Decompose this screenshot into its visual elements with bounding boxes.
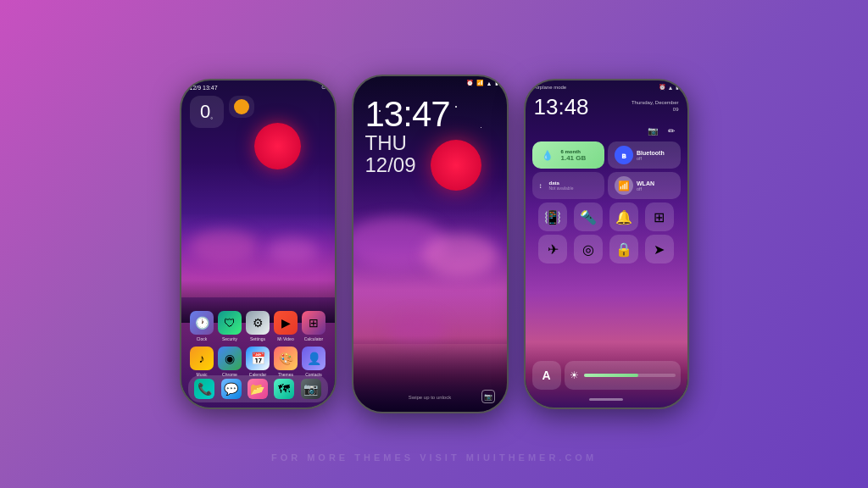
lock-screen-bg: ⏰ 📶 ▲ ▮ 13:47 THU	[353, 76, 507, 412]
app-calc[interactable]: ⊞ Calculator	[302, 311, 326, 341]
p3-data-content: 6 month 1.41 GB	[561, 149, 587, 162]
bluetooth-symbol: ʙ	[621, 151, 626, 160]
watermark-text: FOR MORE THEMES VISIT MIUITHEMER.COM	[271, 452, 597, 463]
star-4	[481, 127, 481, 128]
app-contacts-icon: 👤	[302, 347, 326, 370]
p2-wifi-icon: ▲	[487, 80, 492, 86]
app-music[interactable]: ♪ Music	[190, 347, 214, 377]
p3-camera-btn[interactable]: 📷	[645, 123, 660, 138]
p1-clock-display: 0 °	[200, 101, 213, 123]
p3-edit-btn[interactable]: ✏	[664, 123, 679, 138]
p3-bluetooth-tile[interactable]: ʙ Bluetooth off	[608, 141, 681, 169]
phone-control: Airplane mode ⏰ ▲ ▮ 13:48 Thursday, Dece…	[524, 79, 689, 409]
p3-status-bar: Airplane mode ⏰ ▲ ▮	[526, 80, 687, 94]
p3-small-row-2: ✈ ◎ 🔒 ➤	[532, 235, 681, 263]
app-themes-icon: 🎨	[274, 347, 298, 370]
p1-location-icon: ⊙	[321, 84, 326, 91]
p3-edit-icons: 📷 ✏	[526, 123, 687, 141]
p3-bt-label: Bluetooth	[637, 150, 665, 156]
dock-maps[interactable]: 🗺	[274, 379, 294, 399]
p2-camera-button[interactable]: 📷	[481, 390, 495, 403]
p3-wlan-content: WLAN off	[637, 180, 654, 191]
p3-screen-record-btn[interactable]: ⊞	[645, 202, 674, 231]
p3-font-label: A	[542, 369, 550, 382]
p3-wifi-icon: ▲	[668, 85, 674, 91]
p3-home-indicator[interactable]	[589, 398, 623, 401]
p3-wlan-tile[interactable]: 📶 WLAN off	[608, 172, 681, 199]
phone-home: 12/9 13:47 ⊙ 0 °	[180, 79, 337, 409]
p3-location-btn[interactable]: ➤	[645, 235, 674, 263]
dock-phone[interactable]: 📞	[194, 379, 214, 399]
wifi-symbol: 📶	[618, 180, 630, 191]
p2-status-bar: ⏰ 📶 ▲ ▮	[353, 76, 507, 90]
p3-time-display: 13:48	[534, 96, 589, 118]
lock-screen: ⏰ 📶 ▲ ▮ 13:47 THU	[353, 76, 507, 412]
p1-top-widgets: 0 °	[181, 94, 335, 130]
p1-cloud-2	[267, 238, 318, 263]
p3-mobile-content: data Not available	[549, 180, 574, 191]
p3-alarm-icon: ⏰	[659, 84, 666, 91]
p3-lock-btn[interactable]: 🔒	[609, 235, 638, 263]
app-settings-icon: ⚙	[246, 311, 270, 335]
dock-messages[interactable]: 💬	[221, 379, 242, 399]
p1-weather-widget[interactable]	[229, 96, 254, 118]
p1-clock-degree: °	[210, 117, 213, 123]
p3-date-info: Thursday, December 09	[632, 99, 679, 114]
p3-brightness-fill	[584, 374, 639, 377]
app-contacts[interactable]: 👤 Contacts	[302, 347, 326, 377]
app-clock[interactable]: 🕐 Clock	[190, 311, 214, 341]
dock-phone-icon: 📞	[194, 379, 214, 399]
p3-data-value: 1.41 GB	[561, 154, 587, 162]
dock-messages-icon: 💬	[221, 379, 242, 399]
p3-battery-icon: ▮	[676, 84, 679, 91]
p3-font-btn[interactable]: A	[532, 361, 561, 390]
p3-airplane-btn[interactable]: ✈	[538, 235, 567, 263]
p1-clock-widget[interactable]: 0 °	[190, 96, 224, 128]
p3-wifi-icon: 📶	[615, 176, 633, 195]
app-security[interactable]: 🛡 Security	[218, 311, 242, 341]
app-mivideo[interactable]: ▶ Mi Video	[274, 311, 298, 341]
star-2	[421, 119, 423, 120]
star-5	[396, 114, 398, 116]
p3-data-tile[interactable]: 💧 6 month 1.41 GB	[532, 141, 605, 169]
app-music-icon: ♪	[190, 347, 214, 370]
app-security-label: Security	[222, 336, 237, 341]
p2-battery-icon: ▮	[495, 80, 498, 86]
p3-wlan-status: off	[637, 186, 654, 191]
p1-apps-grid: 🕐 Clock 🛡 Security ⚙ Settings ▶	[181, 311, 335, 382]
phone-lock: ⏰ 📶 ▲ ▮ 13:47 THU	[352, 75, 509, 413]
app-clock-icon: 🕐	[190, 311, 214, 335]
p2-cloud-2	[422, 234, 498, 276]
p3-vibrate-btn[interactable]: 📳	[538, 202, 567, 231]
p3-mobile-data-tile[interactable]: ↕ data Not available	[532, 172, 605, 199]
dock-camera[interactable]: 📷	[301, 379, 321, 399]
app-settings-label: Settings	[250, 336, 265, 341]
p3-mobile-status: Not available	[549, 186, 574, 191]
p2-day: THU	[365, 131, 407, 154]
p3-torch-btn[interactable]: 🔦	[574, 202, 603, 231]
p3-clock-row: 13:48 Thursday, December 09	[526, 94, 687, 123]
p3-bt-content: Bluetooth off	[637, 150, 665, 161]
p2-clouds-area	[353, 208, 507, 344]
p3-notification-btn[interactable]: 🔔	[609, 202, 638, 231]
app-chrome[interactable]: ◉ Chrome	[218, 347, 242, 377]
p3-bt-status: off	[637, 156, 665, 161]
app-themes[interactable]: 🎨 Themes	[274, 347, 298, 377]
p1-cloud-1	[190, 230, 258, 263]
p3-brightness-icon: ☀	[570, 369, 579, 381]
p3-bt-icon: ʙ	[615, 146, 633, 164]
dock-files[interactable]: 📂	[248, 379, 268, 399]
app-calendar[interactable]: 📅 Calendar	[246, 347, 270, 377]
p3-shazam-btn[interactable]: ◎	[574, 235, 603, 263]
app-mivideo-icon: ▶	[274, 311, 298, 335]
p2-date: 12/09	[365, 153, 416, 176]
app-security-icon: 🛡	[218, 311, 242, 335]
p2-alarm-icon: ⏰	[466, 80, 474, 86]
p3-brightness-bar[interactable]: ☀	[565, 361, 681, 390]
p1-app-row-1: 🕐 Clock 🛡 Security ⚙ Settings ▶	[188, 311, 328, 341]
p3-tile-row-2: ↕ data Not available 📶 WLAN	[532, 172, 681, 199]
star-3	[455, 106, 457, 108]
control-screen-bg: Airplane mode ⏰ ▲ ▮ 13:48 Thursday, Dece…	[526, 80, 687, 408]
app-settings[interactable]: ⚙ Settings	[246, 311, 270, 341]
p3-mobile-arrows: ↕	[539, 182, 542, 190]
